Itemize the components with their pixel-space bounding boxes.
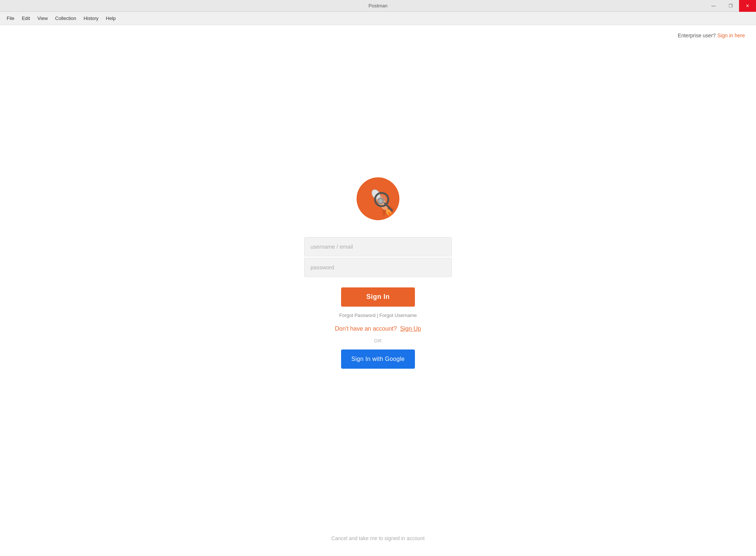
menu-view[interactable]: View xyxy=(34,14,51,23)
no-account-section: Don't have an account? Sign Up xyxy=(335,325,421,332)
window-controls: — ❐ ✕ xyxy=(705,0,756,12)
menu-file[interactable]: File xyxy=(3,14,18,23)
login-container: Sign In Forgot Password | Forgot Usernam… xyxy=(0,39,756,535)
app-title: Postman xyxy=(368,3,387,8)
forgot-username-link[interactable]: Forgot Username xyxy=(379,313,417,318)
close-button[interactable]: ✕ xyxy=(739,0,756,12)
main-content: Enterprise user? Sign in here xyxy=(0,25,756,556)
username-input[interactable] xyxy=(304,237,452,256)
postman-logo xyxy=(356,177,400,221)
signin-button[interactable]: Sign In xyxy=(341,287,415,307)
menu-help[interactable]: Help xyxy=(102,14,120,23)
menu-history[interactable]: History xyxy=(80,14,102,23)
forgot-links: Forgot Password | Forgot Username xyxy=(339,313,417,318)
title-bar: Postman — ❐ ✕ xyxy=(0,0,756,12)
enterprise-signin-link[interactable]: Sign in here xyxy=(717,33,745,39)
logo-wrapper xyxy=(356,177,400,222)
menu-bar: File Edit View Collection History Help xyxy=(0,12,756,25)
google-signin-button[interactable]: Sign In with Google xyxy=(341,349,415,369)
minimize-button[interactable]: — xyxy=(705,0,722,12)
svg-point-11 xyxy=(377,195,386,204)
forgot-password-link[interactable]: Forgot Password xyxy=(339,313,375,318)
password-input[interactable] xyxy=(304,258,452,277)
menu-edit[interactable]: Edit xyxy=(18,14,34,23)
signup-link[interactable]: Sign Up xyxy=(400,325,421,332)
cancel-bar: Cancel and take me to signed in account xyxy=(0,535,756,556)
enterprise-bar: Enterprise user? Sign in here xyxy=(0,25,756,39)
menu-collection[interactable]: Collection xyxy=(51,14,80,23)
cancel-link[interactable]: Cancel and take me to signed in account xyxy=(331,535,425,541)
form-wrapper: Sign In Forgot Password | Forgot Usernam… xyxy=(304,237,452,369)
enterprise-text: Enterprise user? xyxy=(678,33,716,39)
restore-button[interactable]: ❐ xyxy=(722,0,739,12)
or-divider: OR xyxy=(374,338,382,344)
